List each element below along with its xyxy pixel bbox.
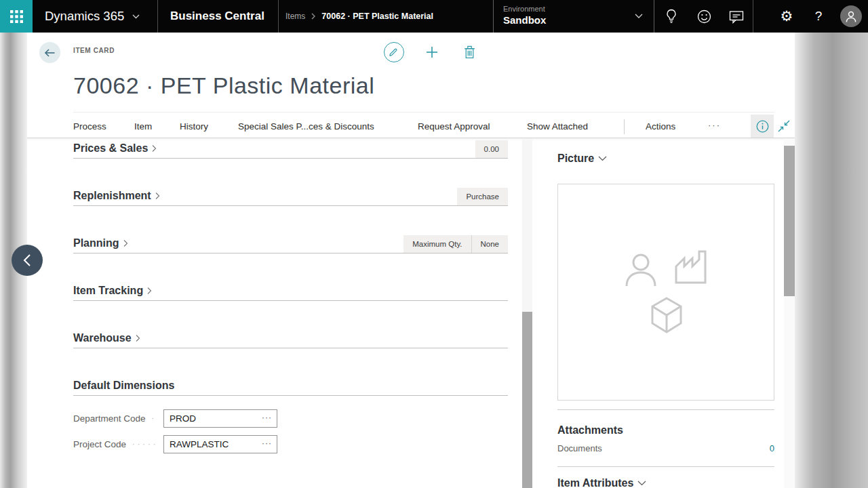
section-divider — [73, 348, 508, 348]
user-avatar[interactable] — [840, 5, 862, 27]
chevron-right-icon — [152, 144, 157, 152]
topbar-divider — [157, 0, 158, 33]
section-divider — [73, 205, 508, 206]
breadcrumb-current-page: 70062 · PET Plastic Material — [321, 12, 433, 21]
chevron-down-icon — [132, 14, 140, 19]
cube-icon — [649, 296, 684, 334]
dynamics365-app-switcher[interactable]: Dynamics 365 — [45, 0, 140, 33]
menu-tab-request-approval[interactable]: Request Approval — [418, 121, 490, 131]
section-warehouse[interactable]: Warehouse — [73, 331, 140, 344]
left-pane-scrollbar-thumb[interactable] — [522, 312, 532, 488]
section-item-tracking[interactable]: Item Tracking — [73, 284, 152, 297]
help-question-icon[interactable]: ? — [810, 0, 827, 33]
department-code-field[interactable]: PROD ··· — [163, 409, 277, 428]
topbar-divider — [753, 0, 753, 33]
section-divider — [73, 253, 508, 253]
project-code-field[interactable]: RAWPLASTIC ··· — [163, 435, 277, 453]
section-divider — [73, 300, 508, 301]
section-prices-and-sales[interactable]: Prices & Sales — [73, 142, 157, 155]
badge-reordering-policy: Maximum Qty. — [403, 235, 471, 253]
menu-tab-item[interactable]: Item — [134, 121, 152, 131]
collapse-factbox-icon[interactable] — [776, 119, 791, 134]
menu-tab-special-sales[interactable]: Special Sales P...ces & Discounts — [238, 121, 374, 131]
chevron-left-icon — [23, 253, 31, 267]
tour-lightbulb-icon[interactable] — [663, 8, 679, 24]
screen: Dynamics 365 Business Central Items 7006… — [0, 0, 868, 488]
department-code-label: Department Code· — [73, 413, 159, 424]
section-replenishment[interactable]: Replenishment — [73, 189, 160, 202]
card-type-label: ITEM CARD — [73, 47, 115, 54]
chevron-right-icon — [147, 287, 152, 295]
section-divider — [73, 395, 508, 396]
chevron-down-icon — [635, 14, 643, 19]
top-navigation-bar: Dynamics 365 Business Central Items 7006… — [0, 0, 868, 33]
chevron-right-icon — [123, 239, 128, 247]
topbar-divider — [278, 0, 279, 33]
environment-picker[interactable]: Environment Sandbox — [493, 0, 654, 33]
settings-gear-icon[interactable]: ⚙ — [778, 8, 795, 24]
chevron-right-icon — [311, 13, 315, 20]
factbox-divider — [557, 466, 774, 467]
app-name: Dynamics 365 — [45, 9, 124, 24]
factory-icon — [673, 249, 710, 284]
chevron-right-icon — [136, 334, 140, 342]
breadcrumb: Items 70062 · PET Plastic Material — [285, 0, 433, 33]
section-badges: Purchase — [457, 188, 508, 205]
back-arrow-button[interactable] — [39, 42, 60, 63]
badge-tracking-policy: None — [471, 235, 509, 253]
feedback-message-icon[interactable] — [728, 8, 745, 24]
environment-value: Sandbox — [503, 14, 546, 26]
background-right-gutter — [795, 33, 868, 488]
collapse-list-pane-button[interactable] — [12, 245, 43, 276]
feedback-smiley-icon[interactable] — [696, 8, 712, 24]
product-name: Business Central — [170, 0, 264, 33]
factbox-divider — [557, 409, 774, 410]
chevron-down-icon — [637, 481, 646, 486]
person-icon — [623, 251, 658, 287]
documents-count-link[interactable]: 0 — [746, 443, 774, 453]
ribbon-divider — [624, 119, 625, 134]
project-code-label: Project Code····· — [73, 439, 159, 449]
more-options-ellipsis[interactable]: ··· — [708, 120, 721, 130]
section-default-dimensions: Default Dimensions — [73, 379, 174, 392]
pencil-icon — [389, 47, 399, 58]
badge-unit-price: 0.00 — [475, 140, 508, 158]
edit-button[interactable] — [384, 42, 404, 62]
documents-label: Documents — [557, 443, 602, 453]
menu-tab-process[interactable]: Process — [73, 121, 106, 131]
chevron-down-icon — [598, 156, 607, 161]
app-launcher-waffle-icon[interactable] — [0, 0, 33, 33]
factbox-scrollbar-thumb[interactable] — [784, 146, 795, 296]
factbox-picture-header[interactable]: Picture — [557, 152, 607, 165]
section-badges: 0.00 — [475, 140, 508, 158]
badge-replenishment-system: Purchase — [457, 188, 508, 205]
factbox-attachments-header: Attachments — [557, 424, 623, 436]
department-code-assist-edit[interactable]: ··· — [262, 410, 272, 426]
menu-tab-show-attached[interactable]: Show Attached — [527, 121, 588, 131]
environment-label: Environment — [503, 5, 545, 13]
section-divider — [73, 158, 508, 159]
info-icon — [756, 120, 769, 133]
section-badges: Maximum Qty. None — [403, 235, 508, 253]
new-plus-button[interactable] — [426, 46, 438, 58]
menu-tab-history[interactable]: History — [180, 121, 208, 131]
item-picture-placeholder[interactable] — [557, 184, 774, 401]
breadcrumb-items-link[interactable]: Items — [285, 12, 305, 21]
page-title: 70062 · PET Plastic Material — [73, 72, 374, 99]
menu-tab-actions[interactable]: Actions — [646, 121, 675, 131]
project-code-value: RAWPLASTIC — [170, 436, 229, 453]
delete-trash-button[interactable] — [464, 45, 475, 59]
ribbon-shadow — [27, 138, 795, 141]
project-code-assist-edit[interactable]: ··· — [262, 436, 272, 451]
chevron-right-icon — [155, 192, 160, 200]
info-button[interactable] — [751, 115, 774, 138]
arrow-left-icon — [44, 48, 56, 58]
section-planning[interactable]: Planning — [73, 237, 128, 249]
department-code-value: PROD — [170, 410, 196, 427]
ribbon-top-border — [73, 112, 774, 113]
factbox-item-attributes-header[interactable]: Item Attributes — [557, 476, 646, 488]
